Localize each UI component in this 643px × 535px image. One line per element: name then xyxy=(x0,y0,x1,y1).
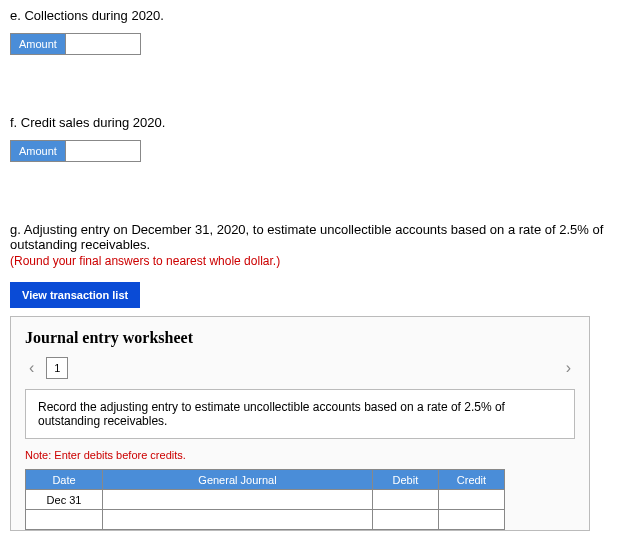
cell-credit[interactable] xyxy=(438,490,504,510)
cell-gj[interactable] xyxy=(103,510,373,530)
cell-debit[interactable] xyxy=(372,490,438,510)
amount-label-f: Amount xyxy=(10,140,66,162)
worksheet-note: Note: Enter debits before credits. xyxy=(25,449,575,461)
cell-credit[interactable] xyxy=(438,510,504,530)
page-number[interactable]: 1 xyxy=(46,357,68,379)
amount-input-f[interactable] xyxy=(66,140,141,162)
chevron-left-icon[interactable]: ‹ xyxy=(25,359,38,377)
header-debit: Debit xyxy=(372,470,438,490)
worksheet-nav: ‹ 1 › xyxy=(25,357,575,379)
amount-row-e: Amount xyxy=(10,33,633,55)
chevron-right-icon[interactable]: › xyxy=(562,359,575,377)
cell-date[interactable]: Dec 31 xyxy=(26,490,103,510)
view-transaction-list-button[interactable]: View transaction list xyxy=(10,282,140,308)
question-g-instruction: (Round your final answers to nearest who… xyxy=(10,254,633,268)
amount-label-e: Amount xyxy=(10,33,66,55)
header-credit: Credit xyxy=(438,470,504,490)
cell-debit[interactable] xyxy=(372,510,438,530)
amount-row-f: Amount xyxy=(10,140,633,162)
worksheet-instruction: Record the adjusting entry to estimate u… xyxy=(25,389,575,439)
header-general-journal: General Journal xyxy=(103,470,373,490)
worksheet-title: Journal entry worksheet xyxy=(25,329,575,347)
journal-table: Date General Journal Debit Credit Dec 31 xyxy=(25,469,505,530)
question-g-text: g. Adjusting entry on December 31, 2020,… xyxy=(10,222,633,252)
table-row: Dec 31 xyxy=(26,490,505,510)
amount-input-e[interactable] xyxy=(66,33,141,55)
table-row xyxy=(26,510,505,530)
cell-date[interactable] xyxy=(26,510,103,530)
cell-gj[interactable] xyxy=(103,490,373,510)
question-e-text: e. Collections during 2020. xyxy=(10,8,633,23)
journal-worksheet: Journal entry worksheet ‹ 1 › Record the… xyxy=(10,316,590,531)
header-date: Date xyxy=(26,470,103,490)
question-f-text: f. Credit sales during 2020. xyxy=(10,115,633,130)
